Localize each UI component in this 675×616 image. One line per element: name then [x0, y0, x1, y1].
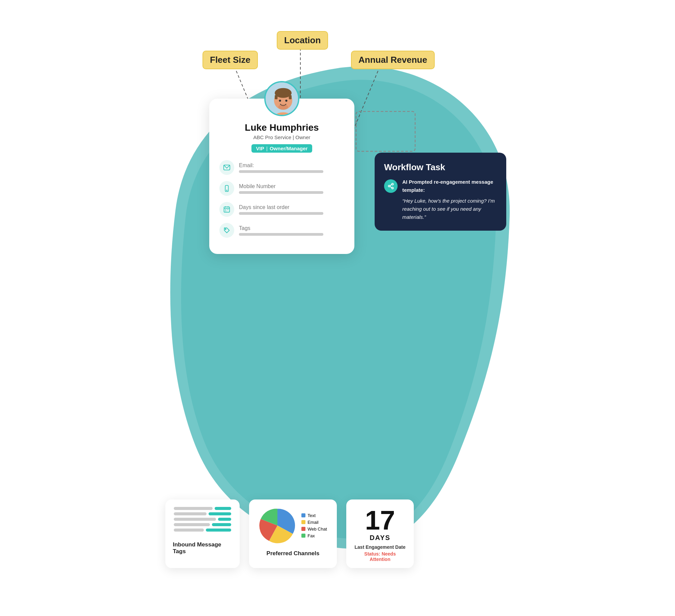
svg-rect-16 [224, 207, 230, 212]
mobile-bar [239, 191, 323, 194]
svg-point-15 [226, 190, 227, 191]
legend-email-label: Email [307, 520, 319, 525]
legend-webchat: Web Chat [301, 527, 327, 532]
legend-text-label: Text [307, 513, 316, 518]
vip-label: VIP [256, 146, 264, 151]
svg-rect-8 [275, 95, 277, 99]
preferred-channels-label: Preferred Channels [267, 550, 320, 557]
svg-point-23 [225, 229, 226, 230]
mobile-label: Mobile Number [239, 183, 344, 189]
svg-line-27 [390, 186, 392, 187]
inbound-tags-label: Inbound Message Tags [173, 541, 232, 555]
legend-email: Email [301, 520, 327, 525]
svg-point-11 [285, 100, 287, 102]
days-order-field-row: Days since last order [219, 202, 344, 217]
tag-bar-row-5 [174, 529, 231, 532]
fleet-size-tag: Fleet Size [202, 51, 258, 69]
svg-point-10 [279, 100, 281, 102]
email-icon [219, 160, 234, 175]
tag-bar-row-3 [174, 518, 231, 521]
preferred-channels-card: Text Email Web Chat Fax Pr [249, 499, 337, 568]
mobile-field-row: Mobile Number [219, 181, 344, 196]
email-bar [239, 170, 323, 173]
person-name: Luke Humphries [219, 122, 344, 133]
pie-wrap: Text Email Web Chat Fax [259, 507, 327, 544]
mobile-icon [219, 181, 234, 196]
annual-revenue-tag: Annual Revenue [351, 51, 435, 69]
tags-field-row: Tags [219, 223, 344, 238]
legend-fax: Fax [301, 533, 327, 538]
days-number: 17 [365, 507, 395, 534]
vip-role: Owner/Manager [270, 146, 308, 151]
tags-label: Tags [239, 225, 344, 231]
calendar-icon [219, 202, 234, 217]
email-label: Email: [239, 162, 344, 169]
status-label: Status: Needs Attention [354, 551, 406, 562]
svg-point-12 [278, 104, 288, 110]
svg-rect-9 [289, 95, 292, 99]
share-icon [384, 179, 398, 193]
profile-card: Luke Humphries ABC Pro Service | Owner V… [209, 99, 354, 254]
template-label: AI Prompted re-engagement message templa… [402, 178, 497, 194]
tags-bars [174, 507, 231, 534]
days-order-label: Days since last order [239, 204, 344, 210]
tag-icon [219, 223, 234, 238]
workflow-title: Workflow Task [384, 162, 497, 173]
inbound-tags-card: Inbound Message Tags [165, 499, 240, 568]
workflow-quote: “Hey Luke, how’s the project coming? I’m… [402, 198, 495, 220]
email-field-row: Email: [219, 160, 344, 175]
workflow-card: Workflow Task AI Prompted re-engagement … [375, 153, 506, 231]
engagement-label: Last Engagement Date [355, 544, 406, 550]
svg-line-28 [390, 184, 392, 185]
tag-bar-row-1 [174, 507, 231, 510]
person-subtitle: ABC Pro Service | Owner [219, 134, 344, 140]
svg-point-25 [388, 185, 390, 187]
legend-webchat-label: Web Chat [307, 527, 327, 532]
tag-bar-row-2 [174, 512, 231, 515]
days-order-bar [239, 212, 323, 215]
pie-chart [259, 507, 296, 544]
legend-text: Text [301, 513, 327, 518]
pie-legend: Text Email Web Chat Fax [301, 513, 327, 538]
vip-badge: VIP | Owner/Manager [251, 144, 313, 153]
days-label: DAYS [370, 534, 390, 542]
tags-bar [239, 233, 323, 236]
engagement-card: 17 DAYS Last Engagement Date Status: Nee… [346, 499, 414, 568]
avatar [264, 81, 299, 116]
svg-point-24 [392, 183, 394, 185]
svg-point-26 [392, 187, 394, 189]
workflow-body: AI Prompted re-engagement message templa… [384, 178, 497, 221]
tag-bar-row-4 [174, 523, 231, 526]
location-tag: Location [277, 31, 328, 50]
legend-fax-label: Fax [307, 533, 315, 538]
bottom-cards: Inbound Message Tags [165, 499, 414, 568]
